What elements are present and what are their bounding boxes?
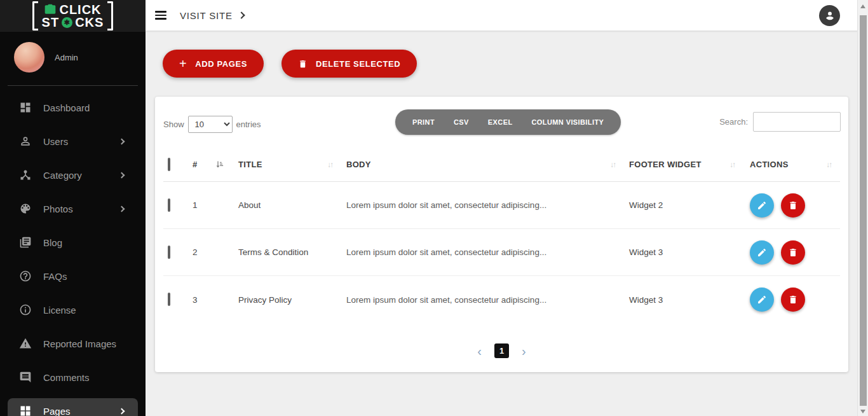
header-num[interactable]: # [187, 160, 233, 169]
info-icon [19, 303, 32, 316]
row-number: 1 [187, 200, 233, 210]
blog-icon [19, 236, 32, 249]
pagination-page-1[interactable]: 1 [494, 343, 509, 358]
sort-icon: ↓↑ [826, 160, 831, 169]
delete-button[interactable] [781, 288, 805, 312]
scrollbar-thumb[interactable] [860, 15, 867, 406]
scroll-up-arrow-icon[interactable] [860, 4, 865, 8]
show-label: Show [163, 120, 184, 129]
pages-icon [19, 405, 32, 416]
row-footer-widget: Widget 3 [624, 295, 743, 305]
sidebar-item-blog[interactable]: Blog [0, 230, 146, 255]
sidebar-item-pages[interactable]: Pages [8, 398, 138, 416]
edit-button[interactable] [750, 240, 774, 265]
visit-site-link[interactable]: VISIT SITE [180, 10, 244, 21]
sort-icon: ↓↑ [729, 160, 735, 169]
logo-bracket-left [32, 1, 38, 31]
sidebar-menu: Dashboard Users Category Photos Blog FAQ… [0, 86, 146, 416]
excel-button[interactable]: EXCEL [478, 109, 522, 135]
sort-icon: ↓↑ [610, 160, 615, 169]
dashboard-icon [19, 101, 32, 114]
row-checkbox[interactable] [168, 246, 170, 259]
logo-word-click: CLICK [59, 3, 101, 16]
pencil-icon [757, 295, 767, 305]
delete-selected-button[interactable]: DELETE SELECTED [281, 50, 417, 78]
sidebar-item-users[interactable]: Users [0, 128, 146, 154]
sidebar-item-category[interactable]: Category [0, 162, 146, 188]
select-all-checkbox[interactable] [168, 158, 170, 171]
sidebar-item-faqs[interactable]: FAQs [0, 263, 146, 289]
sort-active-icon [215, 160, 233, 169]
row-footer-widget: Widget 2 [624, 200, 743, 210]
chevron-right-icon [119, 172, 125, 178]
sidebar-item-comments[interactable]: Comments [0, 364, 146, 390]
palette-icon [19, 202, 32, 215]
chevron-right-icon [119, 205, 125, 212]
admin-profile: Admin [0, 32, 146, 81]
search-input[interactable] [753, 112, 841, 132]
warning-icon [19, 337, 32, 350]
row-body: Lorem ipsum dolor sit amet, consectetur … [341, 200, 624, 210]
main-content: + ADD PAGES DELETE SELECTED Show 10 entr… [146, 31, 868, 416]
delete-button[interactable] [781, 193, 805, 218]
pagination: ‹ 1 › [155, 343, 848, 358]
row-title: Privacy Policy [233, 295, 341, 305]
row-body: Lorem ipsum dolor sit amet, consectetur … [341, 247, 624, 257]
print-button[interactable]: PRINT [403, 109, 444, 135]
logo-word-cks: CKS [75, 16, 104, 29]
column-visibility-button[interactable]: COLUMN VISIBILITY [522, 109, 614, 135]
plus-icon: + [179, 57, 187, 70]
topbar: VISIT SITE [146, 0, 868, 31]
header-title[interactable]: TITLE ↓↑ [233, 160, 341, 169]
help-icon [19, 270, 32, 282]
add-pages-button[interactable]: + ADD PAGES [163, 50, 264, 78]
category-icon [19, 169, 32, 181]
logo-bracket-right [107, 1, 113, 31]
aperture-icon: ✱ [62, 17, 72, 28]
logo-area: CLICK ST ✱ CKS [0, 0, 146, 32]
account-avatar-button[interactable] [819, 5, 840, 26]
trash-icon [298, 59, 308, 69]
table-header-row: # TITLE ↓↑ BODY ↓↑ FOOTER WIDGET ↓↑ [163, 148, 840, 182]
header-body[interactable]: BODY ↓↑ [341, 160, 624, 169]
row-checkbox[interactable] [168, 198, 170, 212]
sidebar-item-dashboard[interactable]: Dashboard [0, 95, 146, 120]
user-icon [19, 135, 32, 148]
sidebar: CLICK ST ✱ CKS Admin Dashboard Users [0, 0, 146, 416]
chevron-right-icon [119, 408, 125, 414]
pencil-icon [757, 247, 767, 258]
page-length-select[interactable]: 10 [188, 116, 233, 133]
row-checkbox[interactable] [168, 293, 170, 306]
trash-icon [788, 295, 798, 305]
scroll-down-arrow-icon[interactable] [860, 410, 865, 413]
pencil-icon [757, 200, 767, 211]
admin-avatar[interactable] [14, 42, 44, 73]
csv-button[interactable]: CSV [444, 109, 478, 135]
logo-word-st: ST [42, 16, 60, 29]
entries-label: entries [236, 120, 261, 129]
camera-icon [44, 3, 57, 16]
hamburger-menu-icon[interactable] [155, 9, 166, 22]
edit-button[interactable] [750, 288, 774, 312]
person-icon [823, 8, 837, 22]
edit-button[interactable] [750, 193, 774, 218]
pages-table-card: Show 10 entries PRINT CSV EXCEL COLUMN V… [155, 97, 848, 372]
row-number: 2 [187, 247, 233, 257]
row-footer-widget: Widget 3 [624, 247, 743, 257]
admin-name: Admin [55, 53, 78, 62]
table-row: 3 Privacy Policy Lorem ipsum dolor sit a… [163, 276, 840, 323]
header-footer-widget[interactable]: FOOTER WIDGET ↓↑ [624, 160, 743, 169]
sidebar-item-reported-images[interactable]: Reported Images [0, 331, 146, 356]
chevron-right-icon [119, 138, 125, 144]
delete-button[interactable] [781, 240, 805, 265]
sidebar-item-photos[interactable]: Photos [0, 196, 146, 221]
table-row: 2 Terms & Condition Lorem ipsum dolor si… [163, 229, 840, 276]
sidebar-item-license[interactable]: License [0, 297, 146, 322]
clickstocks-logo[interactable]: CLICK ST ✱ CKS [32, 1, 114, 31]
row-title: Terms & Condition [233, 247, 341, 257]
pagination-prev-icon[interactable]: ‹ [475, 345, 484, 357]
header-actions[interactable]: ACTIONS ↓↑ [743, 160, 840, 169]
chevron-right-icon [238, 11, 245, 18]
vertical-scrollbar[interactable] [857, 0, 868, 416]
pagination-next-icon[interactable]: › [519, 345, 529, 357]
